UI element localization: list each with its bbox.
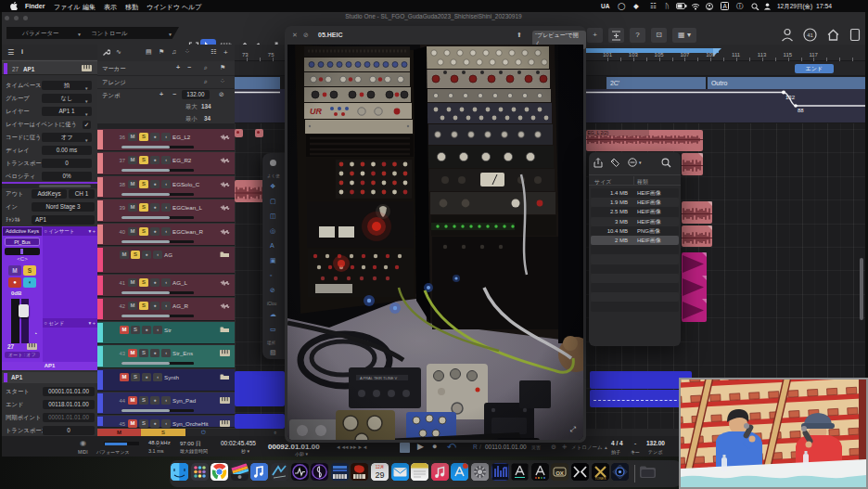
- svg-text:TONEX: TONEX: [594, 477, 606, 481]
- svg-text:12月: 12月: [376, 465, 385, 470]
- svg-text:29: 29: [375, 470, 384, 480]
- svg-text:OX: OX: [556, 470, 565, 476]
- svg-text:41: 41: [807, 32, 813, 38]
